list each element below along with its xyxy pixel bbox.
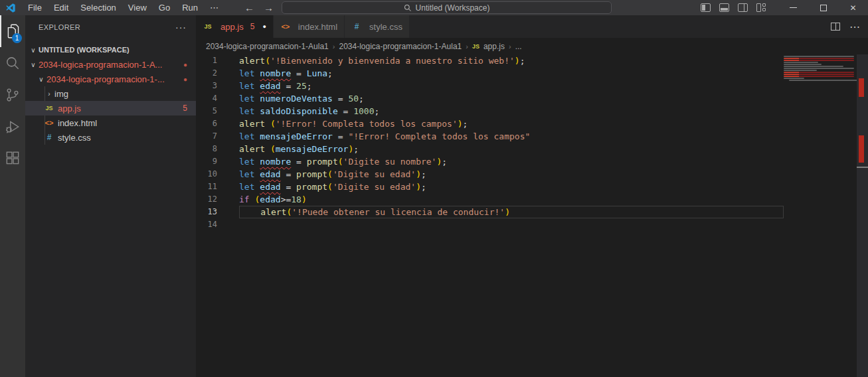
tab-label: index.html (298, 22, 337, 32)
menu-item-selection[interactable]: Selection (74, 0, 122, 15)
tab-app-js[interactable]: JSapp.js5● (196, 15, 274, 38)
code-token: "!Error! Completa todos los campos" (348, 131, 530, 141)
code-token: let (239, 157, 254, 167)
menu-item-run[interactable]: Run (176, 0, 204, 15)
code-token: let (239, 169, 254, 179)
menu-bar: FileEditSelectionViewGoRun⋯ (22, 0, 224, 15)
code-line: 3let edad = 25; (196, 80, 784, 92)
menu-item-edit[interactable]: Edit (48, 0, 74, 15)
scrollbar-overview-ruler[interactable] (857, 54, 868, 377)
breadcrumb-item[interactable]: app.js (483, 42, 505, 51)
customize-layout-icon[interactable] (756, 3, 766, 12)
code-token: prompt (296, 182, 327, 192)
code-editor[interactable]: 1alert('!Bienvenido y bienvenida a nuest… (196, 54, 784, 377)
code-line-content: let numeroDeVentas = 50; (239, 92, 784, 105)
tree-item-label: app.js (58, 104, 81, 113)
menu-item-view[interactable]: View (122, 0, 153, 15)
code-token: nombre (260, 68, 291, 78)
activity-bar: 1 (0, 15, 25, 377)
minimap-line (784, 66, 843, 67)
menu-item-[interactable]: ⋯ (204, 0, 224, 15)
tab-index-html[interactable]: <>index.html (274, 15, 345, 38)
js-file-icon: JS (44, 105, 54, 112)
source-control-icon[interactable] (0, 79, 25, 111)
code-line-content (239, 218, 784, 231)
code-token: alert (260, 207, 286, 217)
line-number[interactable]: 1 (196, 54, 227, 67)
chevron-down-icon: ∨ (28, 61, 39, 68)
html-file-icon: <> (44, 119, 54, 127)
sidebar-explorer: EXPLORER ··· ∨ UNTITLED (WORKSPACE) ∨203… (25, 15, 196, 377)
breadcrumb-item[interactable]: 2034-logica-programacion-1-Aula1 (339, 42, 462, 51)
close-icon[interactable]: ✕ (838, 0, 868, 15)
code-line: 5let saldoDisponible = 1000; (196, 105, 784, 117)
menu-item-file[interactable]: File (22, 0, 48, 15)
code-token: ( (327, 182, 333, 192)
toggle-secondary-sidebar-icon[interactable] (738, 3, 748, 12)
tree-item-img[interactable]: ›img (25, 86, 196, 101)
line-number[interactable]: 5 (196, 105, 227, 117)
code-token: 'Digite su edad' (333, 182, 416, 192)
nav-back-icon[interactable]: ← (244, 2, 254, 13)
code-token: edad (260, 81, 280, 91)
line-number[interactable]: 10 (196, 168, 227, 181)
editor-more-actions-icon[interactable]: ⋯ (849, 21, 860, 33)
code-line: 11let edad = prompt('Digite su edad'); (196, 181, 784, 193)
line-number[interactable]: 4 (196, 92, 227, 105)
line-number[interactable]: 7 (196, 130, 227, 143)
tree-item-label: index.html (58, 118, 97, 128)
html-file-icon: <> (280, 23, 291, 31)
line-number[interactable]: 12 (196, 193, 227, 206)
workspace-label: UNTITLED (WORKSPACE) (39, 46, 130, 54)
search-view-icon[interactable] (0, 47, 25, 79)
breadcrumb-separator-icon: › (509, 42, 511, 50)
code-token: ; (359, 94, 364, 104)
minimap[interactable] (784, 56, 857, 377)
code-token: let (239, 94, 254, 104)
code-token: >= (281, 194, 292, 204)
run-and-debug-icon[interactable] (0, 111, 25, 143)
extensions-icon[interactable] (0, 143, 25, 175)
code-token: ; (421, 169, 426, 179)
tree-item-2034-logica-programacion-1----[interactable]: ∨2034-logica-programacion-1-...● (25, 72, 196, 86)
toggle-primary-sidebar-icon[interactable] (701, 3, 711, 12)
tree-item-index-html[interactable]: <>index.html (25, 115, 196, 130)
line-number[interactable]: 6 (196, 117, 227, 130)
minimap-line (784, 56, 854, 57)
workspace-section-header[interactable]: ∨ UNTITLED (WORKSPACE) (25, 42, 196, 57)
tree-item-app-js[interactable]: JSapp.js5 (25, 101, 196, 115)
code-token: 18 (291, 194, 302, 204)
line-number[interactable]: 3 (196, 80, 227, 92)
line-number[interactable]: 14 (196, 218, 227, 231)
code-token: ( (265, 56, 270, 66)
code-line-content: if (edad>=18) (239, 193, 784, 206)
breadcrumb-item[interactable]: 2034-logica-programacion-1-Aula1 (206, 42, 329, 51)
menu-item-go[interactable]: Go (153, 0, 176, 15)
tab-style-css[interactable]: #style.css (345, 15, 410, 38)
code-token (265, 144, 270, 154)
split-editor-icon[interactable] (831, 23, 840, 31)
nav-forward-icon[interactable]: → (264, 2, 274, 13)
explorer-icon[interactable]: 1 (0, 15, 25, 47)
command-center-label: Untitled (Workspace) (416, 3, 490, 13)
explorer-more-actions-icon[interactable]: ··· (175, 22, 187, 33)
toggle-panel-icon[interactable] (719, 3, 729, 12)
minimize-icon[interactable] (778, 0, 808, 15)
tree-item-2034-logica-programacion-1-a---[interactable]: ∨2034-logica-programacion-1-A...● (25, 57, 196, 72)
line-number[interactable]: 8 (196, 143, 227, 155)
line-number[interactable]: 2 (196, 67, 227, 80)
code-token: numeroDeVentas (260, 94, 333, 104)
command-center[interactable]: Untitled (Workspace) (282, 1, 612, 14)
modified-dot-icon[interactable]: ● (262, 23, 266, 30)
line-number[interactable]: 11 (196, 181, 227, 193)
code-token: = (338, 106, 353, 116)
code-token: ) (416, 169, 421, 179)
maximize-icon[interactable] (808, 0, 838, 15)
window-controls: ✕ (778, 0, 868, 15)
js-file-icon: JS (203, 23, 213, 30)
breadcrumb-item[interactable]: ... (515, 42, 522, 51)
line-number[interactable]: 9 (196, 155, 227, 168)
code-token: prompt (296, 169, 327, 179)
line-number[interactable]: 13 (196, 206, 227, 218)
tree-item-style-css[interactable]: #style.css (25, 130, 196, 145)
